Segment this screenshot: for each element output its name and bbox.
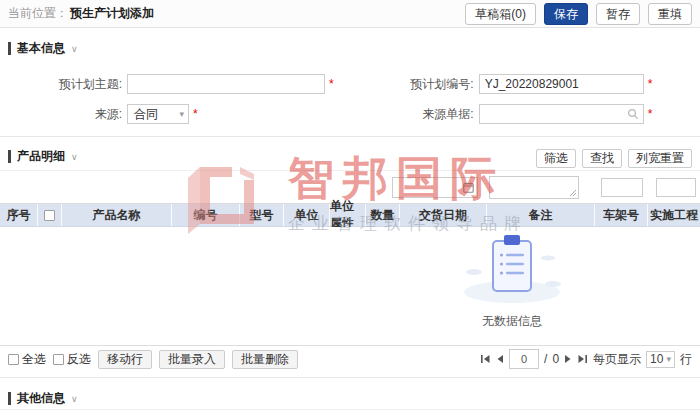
col-header-unit-attr: 单位属性 <box>330 204 366 226</box>
section-bar <box>8 42 11 55</box>
draftbox-button[interactable]: 草稿箱(0) <box>465 3 536 25</box>
col-header-unit: 单位 <box>284 204 330 226</box>
per-page-label: 每页显示 <box>593 351 641 368</box>
col-header-delivery-date: 交货日期 <box>400 204 487 226</box>
pre-production-plan-add-page: { "topbar": { "location_label": "当前位置：",… <box>0 0 700 411</box>
select-all-checkbox[interactable] <box>44 210 55 221</box>
per-page-select[interactable]: 10 ▾ <box>646 351 675 368</box>
page-title: 预生产计划添加 <box>70 5 154 22</box>
col-header-model: 型号 <box>240 204 284 226</box>
empty-data-text: 无数据信息 <box>452 313 572 330</box>
source-select[interactable]: 合同 ▾ <box>127 104 189 124</box>
form-row-2: 来源: 合同 ▾ * 来源单据: * <box>0 102 652 126</box>
first-page-icon[interactable] <box>480 354 491 364</box>
breadcrumb-label: 当前位置： <box>8 5 68 22</box>
col-header-seq: 序号 <box>0 204 38 226</box>
invert-selection-label: 反选 <box>67 351 91 368</box>
source-select-value: 合同 <box>134 106 158 123</box>
resize-grip-icon[interactable] <box>569 189 577 197</box>
topbar: 当前位置： 预生产计划添加 草稿箱(0) 保存 暂存 重填 <box>0 0 700 28</box>
source-label: 来源: <box>0 106 127 123</box>
section-bar <box>8 150 11 163</box>
save-button[interactable]: 保存 <box>544 3 588 25</box>
temp-save-button[interactable]: 暂存 <box>596 3 640 25</box>
batch-entry-button[interactable]: 批量录入 <box>159 350 225 369</box>
table-footer-toolbar: 全选 反选 移动行 批量录入 批量删除 <box>8 350 298 368</box>
find-button[interactable]: 查找 <box>582 149 622 168</box>
col-header-code: 编号 <box>172 204 240 226</box>
chevron-down-icon[interactable]: ∨ <box>71 44 78 54</box>
invert-selection-option[interactable]: 反选 <box>53 351 91 368</box>
chevron-down-icon[interactable]: ∨ <box>71 394 78 404</box>
select-all-footer-checkbox[interactable] <box>8 354 19 365</box>
required-mark: * <box>648 107 653 121</box>
plan-number-input[interactable] <box>479 74 644 94</box>
section-divider <box>0 377 700 378</box>
empty-state: 无数据信息 <box>452 232 572 330</box>
table-action-buttons: 筛选 查找 列宽重置 <box>536 149 692 168</box>
last-page-icon[interactable] <box>577 354 588 364</box>
section-divider <box>0 136 700 137</box>
source-doc-label: 来源单据: <box>349 106 479 123</box>
reset-column-width-button[interactable]: 列宽重置 <box>628 149 692 168</box>
basic-info-section-header[interactable]: 基本信息 ∨ <box>8 40 78 57</box>
move-row-button[interactable]: 移动行 <box>98 350 152 369</box>
topic-input[interactable] <box>127 74 325 94</box>
chevron-down-icon[interactable]: ∨ <box>71 152 78 162</box>
product-detail-title: 产品明细 <box>17 148 65 165</box>
required-mark: * <box>329 77 334 91</box>
section-bar <box>8 392 11 405</box>
prev-page-icon[interactable] <box>496 354 504 364</box>
topbar-buttons: 草稿箱(0) 保存 暂存 重填 <box>465 3 692 25</box>
refill-button[interactable]: 重填 <box>648 3 692 25</box>
product-detail-section-header[interactable]: 产品明细 ∨ <box>8 148 78 165</box>
col-header-remark: 备注 <box>487 204 595 226</box>
impl-project-quick-input[interactable] <box>656 178 696 197</box>
select-all-option[interactable]: 全选 <box>8 351 46 368</box>
chevron-down-icon: ▾ <box>179 109 184 119</box>
other-info-title: 其他信息 <box>17 390 65 407</box>
col-header-checkbox <box>38 204 62 226</box>
per-page-value: 10 <box>650 352 663 366</box>
invert-selection-checkbox[interactable] <box>53 354 64 365</box>
other-info-section-header[interactable]: 其他信息 ∨ <box>8 390 78 407</box>
frame-number-quick-input[interactable] <box>601 178 643 197</box>
divider <box>0 170 700 171</box>
basic-info-title: 基本信息 <box>17 40 65 57</box>
total-pages: 0 <box>552 352 559 366</box>
col-header-frame-number: 车架号 <box>595 204 648 226</box>
topic-label: 预计划主题: <box>0 76 127 93</box>
per-page-unit: 行 <box>680 351 692 368</box>
source-doc-search <box>479 104 644 124</box>
select-all-label: 全选 <box>22 351 46 368</box>
empty-data-icon <box>460 232 564 304</box>
col-header-product-name: 产品名称 <box>62 204 172 226</box>
calendar-icon[interactable] <box>463 182 474 193</box>
search-icon[interactable] <box>627 108 639 120</box>
page-separator: / <box>544 352 547 366</box>
divider <box>0 409 700 410</box>
col-header-impl-project: 实施工程 <box>648 204 700 226</box>
col-header-qty: 数量 <box>366 204 400 226</box>
batch-delete-button[interactable]: 批量删除 <box>232 350 298 369</box>
next-page-icon[interactable] <box>564 354 572 364</box>
delivery-date-quick-input[interactable] <box>392 177 478 198</box>
required-mark: * <box>193 107 198 121</box>
remark-quick-textarea[interactable] <box>489 176 579 199</box>
required-mark: * <box>648 77 653 91</box>
product-table-body <box>0 227 700 346</box>
number-label: 预计划编号: <box>349 76 479 93</box>
pagination: / 0 每页显示 10 ▾ 行 <box>480 350 692 368</box>
product-table-header: 序号 产品名称 编号 型号 单位 单位属性 数量 交货日期 备注 车架号 实施工… <box>0 203 700 227</box>
chevron-down-icon: ▾ <box>666 354 671 364</box>
form-row-1: 预计划主题: * 预计划编号: * <box>0 72 652 96</box>
filter-button[interactable]: 筛选 <box>536 149 576 168</box>
current-page-input[interactable] <box>509 349 539 369</box>
source-doc-input[interactable] <box>479 104 644 124</box>
